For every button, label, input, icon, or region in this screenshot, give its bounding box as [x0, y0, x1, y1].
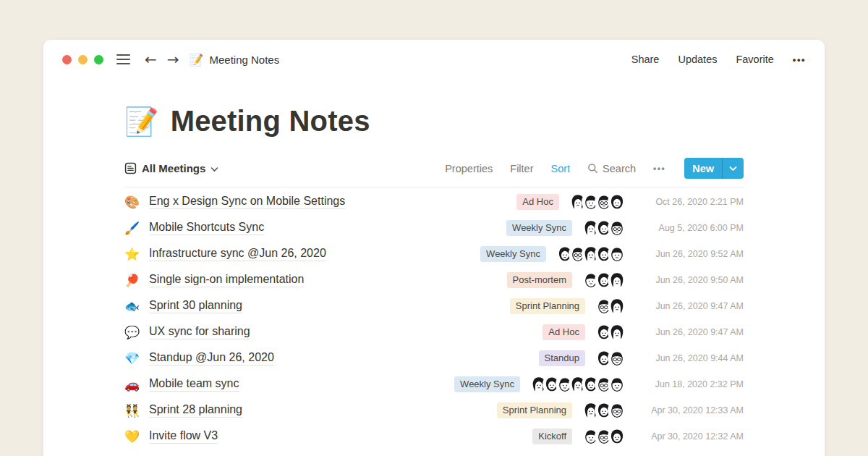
row-tag[interactable]: Weekly Sync	[454, 376, 520, 392]
share-button[interactable]: Share	[631, 54, 660, 65]
avatar	[609, 220, 625, 236]
row-tag[interactable]: Sprint Planning	[497, 402, 572, 418]
row-avatars	[583, 272, 625, 288]
updates-button[interactable]: Updates	[678, 54, 717, 65]
row-title[interactable]: Infrastructure sync @Jun 26, 2020	[149, 247, 326, 261]
window-titlebar: ← → 📝 Meeting Notes Share Updates Favori…	[43, 40, 825, 79]
page-title-text[interactable]: Meeting Notes	[171, 105, 370, 138]
search-label: Search	[603, 163, 636, 174]
sidebar-menu-icon[interactable]	[116, 54, 130, 64]
row-date: Jun 26, 2020 9:52 AM	[635, 249, 744, 259]
row-emoji-icon: 💛	[124, 431, 143, 443]
table-row[interactable]: 🎨 Eng x Design Sync on Mobile Settings A…	[124, 189, 744, 215]
row-title[interactable]: Sprint 30 planning	[149, 299, 242, 313]
more-options-icon[interactable]: •••	[793, 54, 806, 65]
row-tag[interactable]: Standup	[539, 350, 585, 366]
row-emoji-icon: 👯	[124, 405, 143, 417]
minimize-window-button[interactable]	[78, 55, 88, 64]
row-title[interactable]: Mobile Shortcuts Sync	[149, 221, 264, 235]
new-button[interactable]: New	[684, 158, 744, 179]
zoom-window-button[interactable]	[94, 55, 103, 64]
row-avatars	[583, 220, 625, 236]
meetings-list: 🎨 Eng x Design Sync on Mobile Settings A…	[124, 189, 744, 449]
row-avatars	[583, 402, 625, 418]
table-row[interactable]: 🏓 Single sign-on implementation Post-mor…	[124, 267, 744, 293]
avatar	[609, 376, 625, 392]
titlebar-actions: Share Updates Favorite •••	[631, 54, 806, 65]
avatar	[609, 428, 625, 444]
table-row[interactable]: 💛 Invite flow V3 Kickoff Apr 30, 2020 12…	[124, 423, 744, 449]
row-title[interactable]: Mobile team sync	[149, 377, 239, 392]
row-date: Jun 18, 2020 2:32 PM	[635, 379, 744, 389]
forward-arrow-icon[interactable]: →	[167, 52, 179, 67]
row-tag[interactable]: Sprint Planning	[510, 298, 585, 313]
row-title[interactable]: Single sign-on implementation	[149, 273, 304, 287]
filter-button[interactable]: Filter	[510, 163, 533, 174]
row-emoji-icon: 💎	[124, 352, 143, 365]
avatar	[609, 402, 625, 418]
properties-button[interactable]: Properties	[445, 163, 493, 174]
database-toolbar: All Meetings Properties Filter Sort Sear…	[124, 158, 744, 187]
table-row[interactable]: 🖌️ Mobile Shortcuts Sync Weekly Sync Aug…	[124, 215, 744, 241]
app-window: ← → 📝 Meeting Notes Share Updates Favori…	[43, 40, 825, 456]
row-title[interactable]: Invite flow V3	[149, 429, 218, 444]
row-date: Jun 26, 2020 9:44 AM	[635, 353, 744, 363]
page-content: 📝 Meeting Notes All Meetings Properties	[43, 105, 825, 449]
breadcrumb-doc-title[interactable]: Meeting Notes	[210, 54, 280, 66]
table-row[interactable]: 🐟 Sprint 30 planning Sprint Planning Jun…	[124, 293, 744, 319]
row-date: Jun 26, 2020 9:47 AM	[635, 327, 744, 337]
avatar	[609, 272, 625, 288]
row-tag[interactable]: Weekly Sync	[506, 220, 572, 235]
new-button-label: New	[684, 158, 722, 179]
doc-emoji-icon: 📝	[190, 53, 204, 67]
row-title[interactable]: Sprint 28 planning	[149, 403, 242, 418]
row-date: Oct 26, 2020 2:21 PM	[635, 197, 744, 207]
row-date: Aug 5, 2020 6:00 PM	[635, 223, 744, 233]
row-emoji-icon: 🏓	[124, 274, 143, 287]
row-avatars	[531, 376, 625, 392]
search-control[interactable]: Search	[587, 163, 636, 174]
table-row[interactable]: ⭐ Infrastructure sync @Jun 26, 2020 Week…	[124, 241, 744, 267]
row-emoji-icon: 🎨	[124, 196, 143, 208]
search-icon	[587, 163, 598, 174]
toolbar-right: Properties Filter Sort Search ••• New	[445, 158, 744, 179]
row-tag[interactable]: Post-mortem	[507, 272, 572, 287]
toolbar-more-icon[interactable]: •••	[653, 164, 665, 174]
row-avatars	[570, 194, 625, 210]
favorite-button[interactable]: Favorite	[736, 54, 773, 65]
table-row[interactable]: 💎 Standup @Jun 26, 2020 Standup Jun 26, …	[124, 345, 744, 371]
new-dropdown-chevron-icon[interactable]	[723, 158, 744, 179]
row-avatars	[583, 428, 625, 444]
table-row[interactable]: 👯 Sprint 28 planning Sprint Planning Apr…	[124, 397, 744, 423]
table-row[interactable]: 🚗 Mobile team sync Weekly Sync Jun 18, 2…	[124, 371, 744, 397]
back-arrow-icon[interactable]: ←	[145, 52, 157, 67]
sort-button[interactable]: Sort	[551, 163, 571, 174]
avatar	[609, 246, 625, 262]
avatar	[609, 324, 625, 340]
row-emoji-icon: 💬	[124, 326, 143, 339]
row-emoji-icon: ⭐	[124, 248, 143, 261]
close-window-button[interactable]	[62, 55, 72, 64]
page-emoji-icon[interactable]: 📝	[124, 108, 159, 135]
row-emoji-icon: 🐟	[124, 300, 143, 313]
avatar	[609, 350, 625, 366]
view-switcher[interactable]: All Meetings	[124, 162, 218, 174]
row-tag[interactable]: Weekly Sync	[480, 246, 546, 261]
row-tag[interactable]: Ad Hoc	[516, 194, 559, 209]
traffic-lights	[62, 55, 103, 64]
chevron-down-icon	[210, 165, 218, 174]
row-avatars	[557, 246, 625, 262]
row-tag[interactable]: Kickoff	[532, 428, 572, 444]
table-row[interactable]: 💬 UX sync for sharing Ad Hoc Jun 26, 202…	[124, 319, 744, 345]
row-avatars	[596, 298, 625, 314]
row-title[interactable]: Eng x Design Sync on Mobile Settings	[149, 195, 345, 209]
row-title[interactable]: Standup @Jun 26, 2020	[149, 351, 274, 366]
row-date: Jun 26, 2020 9:47 AM	[635, 301, 744, 311]
avatar	[609, 298, 625, 314]
row-tag[interactable]: Ad Hoc	[542, 324, 585, 339]
row-title[interactable]: UX sync for sharing	[149, 325, 250, 339]
page-title: 📝 Meeting Notes	[124, 105, 744, 138]
row-date: Apr 30, 2020 12:33 AM	[635, 405, 744, 415]
row-date: Jun 26, 2020 9:50 AM	[635, 275, 744, 285]
row-date: Apr 30, 2020 12:32 AM	[635, 431, 744, 442]
